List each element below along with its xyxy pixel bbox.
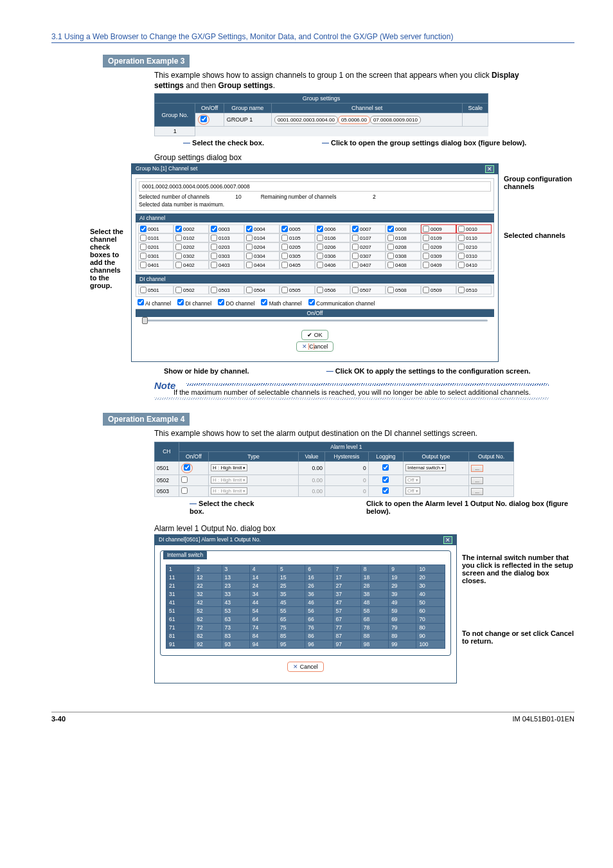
output-no-button[interactable]: ... bbox=[471, 477, 483, 484]
filter-checkbox[interactable]: AI channel bbox=[138, 299, 171, 307]
channel-checkbox[interactable]: 0408 bbox=[386, 260, 421, 269]
switch-number[interactable]: 96 bbox=[305, 640, 333, 648]
switch-number[interactable]: 22 bbox=[194, 581, 222, 590]
switch-number[interactable]: 67 bbox=[333, 615, 360, 623]
switch-number[interactable]: 14 bbox=[249, 573, 277, 581]
switch-number[interactable]: 72 bbox=[194, 623, 222, 631]
switch-number[interactable]: 27 bbox=[333, 581, 360, 590]
switch-number[interactable]: 55 bbox=[278, 606, 305, 615]
switch-number[interactable]: 70 bbox=[416, 615, 445, 623]
switch-number[interactable]: 57 bbox=[333, 606, 360, 615]
switch-number[interactable]: 47 bbox=[333, 598, 360, 606]
channel-checkbox[interactable]: 0403 bbox=[209, 260, 244, 269]
tab-internal-switch[interactable]: Internall switch bbox=[163, 550, 207, 559]
switch-number[interactable]: 39 bbox=[389, 590, 416, 598]
switch-number[interactable]: 88 bbox=[360, 631, 388, 640]
switch-number[interactable]: 93 bbox=[222, 640, 249, 648]
switch-number[interactable]: 62 bbox=[194, 615, 222, 623]
switch-number[interactable]: 76 bbox=[305, 623, 333, 631]
switch-number[interactable]: 65 bbox=[278, 615, 305, 623]
switch-number[interactable]: 40 bbox=[416, 590, 445, 598]
channel-checkbox[interactable]: 0110 bbox=[456, 233, 492, 242]
switch-number[interactable]: 11 bbox=[166, 573, 194, 581]
switch-number[interactable]: 28 bbox=[360, 581, 388, 590]
switch-number[interactable]: 54 bbox=[249, 606, 277, 615]
output-type-select[interactable]: Internal switch ▾ bbox=[405, 464, 446, 471]
output-no-button[interactable]: ... bbox=[471, 465, 483, 472]
slider-area[interactable] bbox=[136, 317, 494, 324]
switch-number[interactable]: 52 bbox=[194, 606, 222, 615]
switch-number[interactable]: 73 bbox=[222, 623, 249, 631]
switch-number[interactable]: 94 bbox=[249, 640, 277, 648]
switch-number[interactable]: 36 bbox=[305, 590, 333, 598]
onoff-checkbox[interactable] bbox=[179, 485, 208, 496]
channel-checkbox[interactable]: 0301 bbox=[138, 251, 173, 260]
channel-checkbox[interactable]: 0205 bbox=[280, 242, 315, 251]
filter-checkbox[interactable]: DI channel bbox=[177, 299, 211, 307]
switch-number[interactable]: 79 bbox=[389, 623, 416, 631]
switch-number[interactable]: 75 bbox=[278, 623, 305, 631]
switch-number[interactable]: 48 bbox=[360, 598, 388, 606]
channel-checkbox[interactable]: 0508 bbox=[386, 285, 421, 294]
filter-checkbox[interactable]: DO channel bbox=[218, 299, 254, 307]
switch-number[interactable]: 35 bbox=[278, 590, 305, 598]
switch-number[interactable]: 15 bbox=[278, 573, 305, 581]
switch-number[interactable]: 20 bbox=[416, 573, 445, 581]
switch-number[interactable]: 89 bbox=[389, 631, 416, 640]
switch-number[interactable]: 17 bbox=[333, 573, 360, 581]
channel-checkbox[interactable]: 0404 bbox=[244, 260, 280, 269]
output-no-button[interactable]: ... bbox=[471, 488, 483, 495]
close-icon[interactable]: ✕ bbox=[443, 536, 452, 544]
channel-checkbox[interactable]: 0002 bbox=[173, 224, 209, 233]
logging-checkbox[interactable] bbox=[368, 461, 403, 475]
channel-checkbox[interactable]: 0401 bbox=[138, 260, 173, 269]
channel-checkbox[interactable]: 0105 bbox=[280, 233, 315, 242]
switch-number[interactable]: 80 bbox=[416, 623, 445, 631]
switch-number[interactable]: 30 bbox=[416, 581, 445, 590]
channel-checkbox[interactable]: 0203 bbox=[209, 242, 244, 251]
cancel-button[interactable]: ✕ Cancel bbox=[296, 341, 334, 352]
switch-number[interactable]: 61 bbox=[166, 615, 194, 623]
switch-number[interactable]: 85 bbox=[278, 631, 305, 640]
switch-number[interactable]: 46 bbox=[305, 598, 333, 606]
switch-number[interactable]: 74 bbox=[249, 623, 277, 631]
switch-number[interactable]: 1 bbox=[166, 565, 194, 573]
type-select[interactable]: H : High limit ▾ bbox=[211, 464, 247, 471]
channel-checkbox[interactable]: 0007 bbox=[350, 224, 386, 233]
channel-checkbox[interactable]: 0209 bbox=[421, 242, 456, 251]
cancel-button[interactable]: ✕ Cancel bbox=[287, 662, 324, 672]
channel-checkbox[interactable]: 0009 bbox=[421, 224, 456, 233]
filter-checkbox[interactable]: Math channel bbox=[261, 299, 301, 307]
channel-checkbox[interactable]: 0006 bbox=[315, 224, 350, 233]
switch-number[interactable]: 44 bbox=[249, 598, 277, 606]
channel-checkbox[interactable]: 0309 bbox=[421, 251, 456, 260]
switch-number[interactable]: 95 bbox=[278, 640, 305, 648]
switch-number[interactable]: 26 bbox=[305, 581, 333, 590]
channel-checkbox[interactable]: 0402 bbox=[173, 260, 209, 269]
switch-number[interactable]: 53 bbox=[222, 606, 249, 615]
channel-checkbox[interactable]: 0303 bbox=[209, 251, 244, 260]
switch-number[interactable]: 92 bbox=[194, 640, 222, 648]
switch-number[interactable]: 23 bbox=[222, 581, 249, 590]
switch-number[interactable]: 8 bbox=[360, 565, 388, 573]
channel-checkbox[interactable]: 0310 bbox=[456, 251, 492, 260]
close-icon[interactable]: ✕ bbox=[485, 165, 494, 173]
slider-knob[interactable] bbox=[142, 317, 148, 324]
channel-checkbox[interactable]: 0407 bbox=[350, 260, 386, 269]
onoff-checkbox[interactable] bbox=[179, 475, 208, 485]
cell-scale[interactable] bbox=[463, 113, 488, 127]
channel-checkbox[interactable]: 0003 bbox=[209, 224, 244, 233]
switch-number[interactable]: 24 bbox=[249, 581, 277, 590]
switch-number[interactable]: 37 bbox=[333, 590, 360, 598]
channel-checkbox[interactable]: 0505 bbox=[280, 285, 315, 294]
switch-number[interactable]: 78 bbox=[360, 623, 388, 631]
channel-checkbox[interactable]: 0306 bbox=[315, 251, 350, 260]
channel-checkbox[interactable]: 0405 bbox=[280, 260, 315, 269]
channel-checkbox[interactable]: 0409 bbox=[421, 260, 456, 269]
switch-number[interactable]: 98 bbox=[360, 640, 388, 648]
switch-number[interactable]: 19 bbox=[389, 573, 416, 581]
channel-checkbox[interactable]: 0502 bbox=[173, 285, 209, 294]
switch-number[interactable]: 42 bbox=[194, 598, 222, 606]
filter-checkbox[interactable]: Communication channel bbox=[308, 299, 375, 307]
switch-number[interactable]: 10 bbox=[416, 565, 445, 573]
